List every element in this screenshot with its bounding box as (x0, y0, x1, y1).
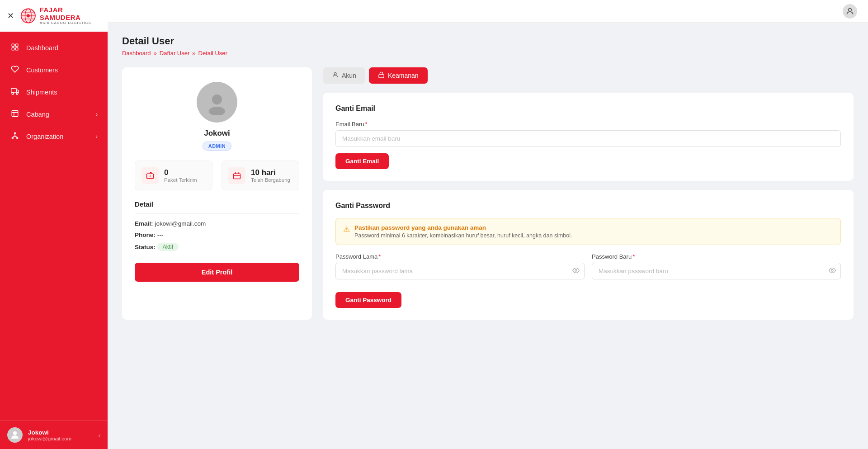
ganti-email-card: Ganti Email Email Baru* Ganti Email (323, 93, 854, 181)
tab-keamanan[interactable]: Keamanan (369, 67, 428, 84)
email-baru-label: Email Baru* (335, 121, 841, 128)
svg-point-12 (12, 93, 14, 95)
svg-point-17 (14, 132, 16, 134)
email-required-star: * (365, 121, 368, 128)
stat-info-bergabung: 10 hari Telah Bergabung (251, 168, 290, 183)
svg-rect-9 (12, 47, 14, 50)
stat-paket-terkirim: 0 Paket Terkirim (135, 161, 212, 190)
svg-rect-10 (16, 47, 18, 50)
stat-bergabung-label: Telah Bergabung (251, 177, 290, 183)
svg-point-26 (209, 107, 225, 115)
breadcrumb-dashboard[interactable]: Dashboard (122, 50, 151, 57)
svg-point-24 (849, 8, 852, 11)
password-row: Password Lama* Password Baru (335, 253, 841, 286)
sidebar-item-label-dashboard: Dashboard (26, 44, 58, 52)
password-baru-label: Password Baru* (592, 253, 841, 260)
breadcrumb-detail-user: Detail User (198, 50, 227, 57)
svg-point-25 (212, 95, 222, 104)
ganti-password-title: Ganti Password (335, 202, 841, 210)
keamanan-tab-icon (378, 71, 385, 80)
ganti-password-card: Ganti Password ⚠ Pastikan password yang … (323, 190, 854, 320)
stat-package-icon (142, 167, 159, 184)
email-baru-input[interactable] (335, 130, 841, 147)
phone-label: Phone: (135, 232, 156, 238)
svg-point-33 (334, 73, 336, 75)
page-title: Detail User (122, 35, 854, 47)
old-required-star: * (378, 253, 381, 260)
avatar-icon (204, 90, 230, 115)
toggle-new-password-icon[interactable] (829, 267, 836, 276)
svg-rect-8 (16, 44, 18, 46)
svg-rect-34 (379, 75, 384, 78)
topbar-user-icon[interactable] (843, 4, 857, 19)
sidebar-header: ✕ FAJAR SAMUDERA ASIA CARGO LOGISTICS (0, 0, 108, 32)
sidebar-item-cabang[interactable]: Cabang › (0, 104, 108, 126)
stat-paket-value: 0 (164, 168, 197, 177)
logo-text: FAJAR SAMUDERA ASIA CARGO LOGISTICS (40, 6, 100, 25)
profile-card: Jokowi ADMIN 0 Paket Terkirim (122, 67, 312, 320)
ganti-email-button[interactable]: Ganti Email (335, 153, 389, 169)
svg-point-35 (575, 269, 577, 271)
tab-keamanan-label: Keamanan (388, 72, 419, 79)
password-baru-input[interactable] (592, 263, 841, 279)
cabang-arrow-icon: › (96, 111, 98, 118)
svg-rect-7 (12, 44, 14, 46)
breadcrumb-daftar-user[interactable]: Daftar User (160, 50, 189, 57)
phone-value: --- (157, 232, 164, 238)
dashboard-icon (10, 43, 20, 53)
organization-arrow-icon: › (96, 133, 98, 140)
sidebar-close-button[interactable]: ✕ (7, 11, 14, 21)
stat-bergabung-value: 10 hari (251, 168, 290, 177)
password-lama-label: Password Lama* (335, 253, 585, 260)
logo-name: FAJAR SAMUDERA (40, 6, 100, 21)
right-panel: Akun Keamanan Ganti Email Email Baru* (323, 67, 854, 320)
footer-username: Jokowi (28, 429, 93, 436)
password-baru-group: Password Baru* (592, 253, 841, 279)
ganti-email-title: Ganti Email (335, 104, 841, 113)
sidebar-item-label-cabang: Cabang (26, 111, 49, 118)
stat-calendar-icon (228, 167, 245, 184)
svg-point-19 (17, 137, 18, 139)
sidebar-item-label-customers: Customers (26, 66, 58, 74)
stats-row: 0 Paket Terkirim 10 hari Telah Bergabung (135, 161, 299, 190)
profile-name: Jokowi (204, 129, 230, 138)
detail-divider (135, 213, 299, 214)
footer-user-info: Jokowi jokowi@gmail.com (28, 429, 93, 441)
edit-profil-button[interactable]: Edit Profil (135, 263, 299, 282)
breadcrumb-sep-2: » (192, 50, 195, 57)
svg-point-36 (831, 269, 833, 271)
ganti-password-button[interactable]: Ganti Password (335, 292, 401, 308)
svg-line-22 (15, 136, 17, 137)
detail-section: Detail Email: jokowi@gmail.com Phone: --… (135, 200, 299, 255)
footer-avatar (7, 427, 23, 443)
sidebar-item-organization[interactable]: Organization › (0, 126, 108, 148)
sidebar-item-label-shipments: Shipments (26, 89, 57, 96)
page-content: Detail User Dashboard » Daftar User » De… (108, 23, 868, 449)
password-lama-input[interactable] (335, 263, 585, 279)
tab-akun[interactable]: Akun (323, 67, 365, 84)
sidebar-item-shipments[interactable]: Shipments (0, 81, 108, 104)
sidebar-footer[interactable]: Jokowi jokowi@gmail.com › (0, 421, 108, 449)
sidebar-item-customers[interactable]: Customers (0, 59, 108, 81)
svg-rect-29 (234, 174, 241, 179)
customers-icon (10, 65, 20, 76)
alert-warning-icon: ⚠ (343, 225, 350, 234)
detail-phone-row: Phone: --- (135, 232, 299, 238)
svg-line-21 (13, 136, 15, 137)
toggle-old-password-icon[interactable] (572, 267, 580, 276)
status-badge: Aktif (157, 243, 179, 251)
footer-email: jokowi@gmail.com (28, 436, 93, 441)
breadcrumb: Dashboard » Daftar User » Detail User (122, 50, 854, 57)
svg-point-13 (16, 93, 18, 95)
detail-title: Detail (135, 200, 299, 208)
sidebar-item-dashboard[interactable]: Dashboard (0, 37, 108, 59)
stat-info-paket: 0 Paket Terkirim (164, 168, 197, 183)
logo: FAJAR SAMUDERA ASIA CARGO LOGISTICS (20, 6, 100, 25)
detail-email-row: Email: jokowi@gmail.com (135, 220, 299, 227)
organization-icon (10, 132, 20, 142)
shipments-icon (10, 87, 20, 98)
svg-rect-11 (11, 88, 16, 93)
detail-status-row: Status: Aktif (135, 243, 299, 251)
svg-point-18 (12, 137, 13, 139)
breadcrumb-sep-1: » (154, 50, 157, 57)
